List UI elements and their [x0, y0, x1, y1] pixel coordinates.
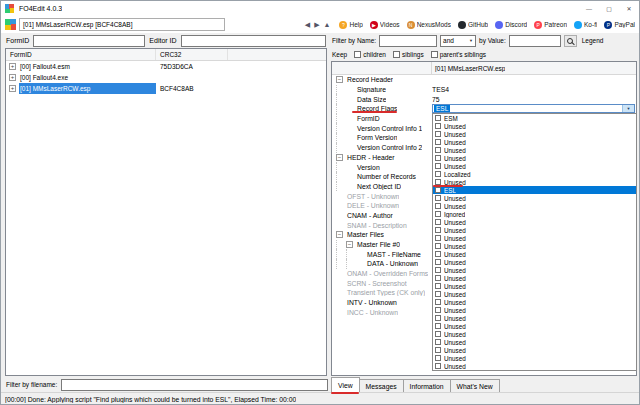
legend-link[interactable]: Legend — [582, 37, 604, 44]
flag-option[interactable]: Unused — [433, 154, 636, 162]
flag-option[interactable]: Unused — [433, 194, 636, 202]
link-discord[interactable]: Discord — [495, 21, 527, 29]
editorid-input[interactable] — [181, 35, 326, 47]
filter-by-value-input[interactable] — [509, 35, 561, 47]
tree-row[interactable]: Data Size75 — [332, 94, 636, 104]
formid-input[interactable] — [33, 35, 145, 47]
plugin-row[interactable]: +[00] Fallout4.esm75D3D6CA — [6, 61, 326, 72]
flag-option[interactable]: Unused — [433, 354, 636, 362]
column-header-crc32[interactable]: CRC32 — [156, 49, 228, 60]
flag-checkbox[interactable] — [435, 363, 441, 369]
nav-arrow-icon-1[interactable]: ▶ — [314, 21, 319, 29]
link-help[interactable]: ?Help — [339, 21, 362, 29]
chevron-down-icon[interactable]: ▼ — [622, 105, 634, 112]
flag-option[interactable]: Unused — [433, 146, 636, 154]
maximize-button[interactable]: ▢ — [599, 1, 619, 16]
flag-checkbox[interactable] — [435, 291, 441, 297]
flag-checkbox[interactable] — [435, 147, 441, 153]
link-nexusmods[interactable]: NNexusMods — [407, 21, 451, 29]
flag-option[interactable]: Localized — [433, 170, 636, 178]
close-button[interactable]: ✕ — [619, 1, 639, 16]
flag-option[interactable]: ESM — [433, 114, 636, 122]
flag-checkbox[interactable] — [435, 323, 441, 329]
flag-checkbox[interactable] — [435, 259, 441, 265]
keep-option-parentssiblings[interactable]: parent's siblings — [431, 51, 486, 58]
expand-icon[interactable]: + — [9, 85, 16, 92]
flag-checkbox[interactable] — [435, 203, 441, 209]
column-header-formid[interactable]: FormID — [6, 49, 156, 60]
flag-option[interactable]: Unused — [433, 138, 636, 146]
minimize-button[interactable]: — — [579, 1, 599, 16]
link-github[interactable]: GitHub — [458, 21, 488, 29]
flag-checkbox[interactable] — [435, 355, 441, 361]
tab-whatsnew[interactable]: What's New — [450, 379, 500, 392]
flag-option[interactable]: Unused — [433, 282, 636, 290]
flag-option[interactable]: Unused — [433, 122, 636, 130]
flag-option[interactable]: ESL — [433, 186, 636, 194]
nav-arrow-icon-2[interactable]: ▲ — [324, 21, 331, 29]
flags-dropdown[interactable]: ESMUnusedUnusedUnusedUnusedUnusedUnusedL… — [432, 113, 637, 371]
flag-checkbox[interactable] — [435, 347, 441, 353]
flag-option[interactable]: Unused — [433, 274, 636, 282]
tab-messages[interactable]: Messages — [359, 379, 404, 392]
flag-checkbox[interactable] — [435, 123, 441, 129]
flag-checkbox[interactable] — [435, 211, 441, 217]
plugin-row[interactable]: +[01] MMsLaserRCW.espBCF4C8AB — [6, 83, 326, 94]
flag-checkbox[interactable] — [435, 267, 441, 273]
flag-checkbox[interactable] — [435, 163, 441, 169]
flag-option[interactable]: Unused — [433, 290, 636, 298]
record-value-column-header[interactable]: [01] MMsLaserRCW.esp — [432, 65, 505, 72]
filter-by-filename-input[interactable] — [61, 379, 328, 391]
flag-option[interactable]: Unused — [433, 226, 636, 234]
tab-view[interactable]: View — [331, 377, 360, 392]
flag-option[interactable]: Unused — [433, 234, 636, 242]
filter-by-name-input[interactable] — [379, 35, 437, 47]
link-patreon[interactable]: PPatreon — [534, 21, 567, 29]
flag-option[interactable]: Unused — [433, 258, 636, 266]
flag-option[interactable]: Unused — [433, 250, 636, 258]
link-paypal[interactable]: PPayPal — [604, 21, 635, 29]
nav-arrow-icon-0[interactable]: ◀ — [305, 21, 310, 29]
flag-option[interactable]: Unused — [433, 362, 636, 370]
flag-option[interactable]: Unused — [433, 202, 636, 210]
plugin-selector[interactable]: [01] MMsLaserRCW.esp [BCF4C8AB] — [19, 18, 225, 31]
link-kofi[interactable]: Ko-fi — [574, 21, 597, 29]
flag-checkbox[interactable] — [435, 251, 441, 257]
flag-option[interactable]: Unused — [433, 218, 636, 226]
tree-row[interactable]: SignatureTES4 — [332, 85, 636, 95]
flag-checkbox[interactable] — [435, 315, 441, 321]
flag-checkbox[interactable] — [435, 171, 441, 177]
flag-checkbox[interactable] — [435, 243, 441, 249]
flag-option[interactable]: Unused — [433, 266, 636, 274]
flag-checkbox[interactable] — [435, 139, 441, 145]
collapse-icon[interactable]: − — [336, 154, 343, 161]
collapse-icon[interactable]: − — [336, 76, 343, 83]
tree-row[interactable]: −Record Header — [332, 75, 636, 85]
flag-checkbox[interactable] — [435, 283, 441, 289]
flag-checkbox[interactable] — [435, 227, 441, 233]
flag-option[interactable]: Unused — [433, 178, 636, 186]
flag-option[interactable]: Unused — [433, 346, 636, 354]
flag-checkbox[interactable] — [435, 275, 441, 281]
link-videos[interactable]: ▶Videos — [370, 21, 400, 29]
flag-checkbox[interactable] — [435, 115, 441, 121]
collapse-icon[interactable]: − — [336, 231, 343, 238]
checkbox-icon[interactable] — [393, 51, 400, 58]
flag-option[interactable]: Unused — [433, 322, 636, 330]
flag-option[interactable]: Unused — [433, 242, 636, 250]
flag-checkbox[interactable] — [435, 155, 441, 161]
checkbox-icon[interactable] — [431, 51, 438, 58]
apply-filter-button[interactable] — [564, 35, 577, 47]
filter-operator-select[interactable]: and ▼ — [440, 35, 476, 47]
flag-option[interactable]: Unused — [433, 298, 636, 306]
flag-checkbox[interactable] — [435, 219, 441, 225]
flag-checkbox[interactable] — [435, 195, 441, 201]
flag-checkbox[interactable] — [435, 339, 441, 345]
flag-option[interactable]: Unused — [433, 306, 636, 314]
flag-option[interactable]: Ignored — [433, 210, 636, 218]
tab-information[interactable]: Information — [403, 379, 451, 392]
flag-option[interactable]: Unused — [433, 314, 636, 322]
flag-option[interactable]: Unused — [433, 162, 636, 170]
flag-checkbox[interactable] — [435, 299, 441, 305]
expand-icon[interactable]: + — [9, 63, 16, 70]
